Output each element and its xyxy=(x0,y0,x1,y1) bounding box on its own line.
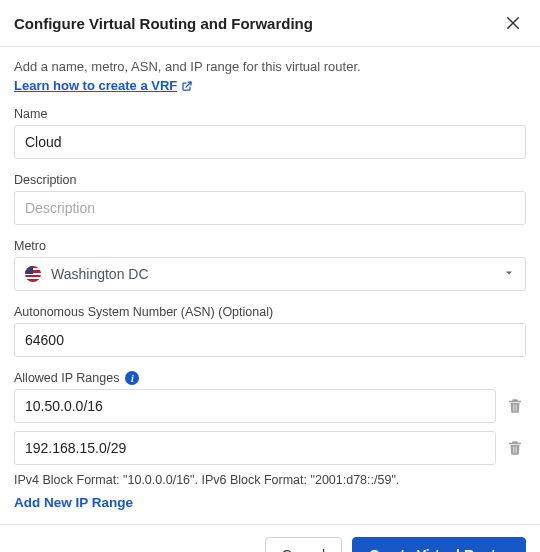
learn-vrf-link-text: Learn how to create a VRF xyxy=(14,78,177,93)
us-flag-icon xyxy=(25,266,41,282)
ip-ranges-group: Allowed IP Ranges i IPv4 Block Format: "… xyxy=(14,371,526,512)
modal-title: Configure Virtual Routing and Forwarding xyxy=(14,15,313,32)
description-group: Description xyxy=(14,173,526,225)
name-group: Name xyxy=(14,107,526,159)
name-input[interactable] xyxy=(14,125,526,159)
asn-group: Autonomous System Number (ASN) (Optional… xyxy=(14,305,526,357)
info-icon[interactable]: i xyxy=(125,371,139,385)
create-virtual-router-button[interactable]: Create Virtual Router xyxy=(352,537,526,552)
learn-vrf-link[interactable]: Learn how to create a VRF xyxy=(14,78,193,93)
asn-label: Autonomous System Number (ASN) (Optional… xyxy=(14,305,526,319)
cancel-button[interactable]: Cancel xyxy=(265,537,343,552)
metro-group: Metro Washington DC xyxy=(14,239,526,291)
modal-footer: Cancel Create Virtual Router xyxy=(0,524,540,552)
ip-range-row xyxy=(14,389,526,423)
ip-range-row xyxy=(14,431,526,465)
metro-selected-value: Washington DC xyxy=(51,266,515,282)
modal-header: Configure Virtual Routing and Forwarding xyxy=(0,0,540,47)
external-link-icon xyxy=(181,80,193,92)
name-label: Name xyxy=(14,107,526,121)
delete-ip-range-button[interactable] xyxy=(504,436,526,460)
vrf-config-modal: Configure Virtual Routing and Forwarding… xyxy=(0,0,540,552)
asn-input[interactable] xyxy=(14,323,526,357)
delete-ip-range-button[interactable] xyxy=(504,394,526,418)
trash-icon xyxy=(506,396,524,416)
ip-range-input[interactable] xyxy=(14,431,496,465)
trash-icon xyxy=(506,438,524,458)
ip-format-hint: IPv4 Block Format: "10.0.0.0/16". IPv6 B… xyxy=(14,473,526,487)
description-label: Description xyxy=(14,173,526,187)
ip-range-input[interactable] xyxy=(14,389,496,423)
add-ip-range-button[interactable]: Add New IP Range xyxy=(14,493,133,512)
ip-ranges-label: Allowed IP Ranges xyxy=(14,371,119,385)
close-button[interactable] xyxy=(500,10,526,36)
description-input[interactable] xyxy=(14,191,526,225)
close-icon xyxy=(504,14,522,32)
metro-label: Metro xyxy=(14,239,526,253)
metro-select[interactable]: Washington DC xyxy=(14,257,526,291)
intro-text: Add a name, metro, ASN, and IP range for… xyxy=(14,59,526,74)
modal-content: Add a name, metro, ASN, and IP range for… xyxy=(0,47,540,524)
chevron-down-icon xyxy=(503,265,515,283)
